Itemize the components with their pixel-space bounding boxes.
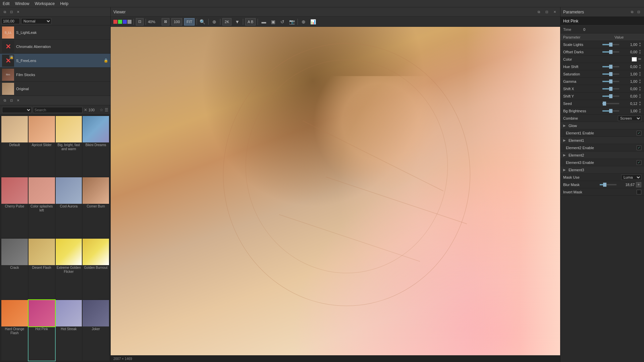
param-arrows-scale-lights[interactable]: ▲ ▼	[639, 42, 641, 47]
param-shift-x[interactable]: Shift X 0,00 ▲ ▼	[560, 85, 644, 93]
crosshair2-btn[interactable]: ⊕	[300, 18, 307, 25]
crosshair-btn[interactable]: ⊕	[211, 18, 218, 25]
arrow-down-shift-x[interactable]: ▼	[639, 89, 641, 92]
preset-hardorange[interactable]: Hard Orange Flash	[1, 300, 28, 361]
camera-btn[interactable]: 📷	[288, 18, 296, 25]
params-restore-icon[interactable]: ⊡	[636, 9, 641, 15]
layer-s-lightleak[interactable]: S_LL S_LightLeak	[0, 25, 110, 40]
preset-desert[interactable]: Desert Flash	[29, 239, 55, 299]
param-gamma[interactable]: Gamma 1,00 ▲ ▼	[560, 78, 644, 85]
arrow-down-seed[interactable]: ▼	[639, 104, 641, 106]
param-arrows-saturation[interactable]: ▲ ▼	[639, 71, 641, 77]
param-arrows-gamma[interactable]: ▲ ▼	[639, 79, 641, 84]
arrow-down-hue-shift[interactable]: ▼	[639, 67, 641, 69]
checkbox-element2-enable[interactable]	[637, 145, 641, 150]
opacity-input[interactable]: 100,00	[1, 18, 20, 24]
layers-restore-icon[interactable]: ⊡	[9, 9, 14, 15]
param-mask-use[interactable]: Mask Use Luma Alpha None	[560, 174, 644, 181]
param-arrows-shift-x[interactable]: ▲ ▼	[639, 86, 641, 92]
param-combine[interactable]: Combine Screen Add Multiply	[560, 115, 644, 122]
checkbox-element1-enable[interactable]	[637, 131, 641, 135]
checkbox-invert-mask[interactable]	[637, 190, 641, 194]
search-input[interactable]	[33, 107, 83, 113]
param-section-element2[interactable]: ▶ Element2	[560, 152, 644, 159]
preset-colorsplash[interactable]: Color splashes left	[29, 177, 55, 238]
hundred-btn[interactable]: 100	[171, 18, 182, 25]
param-slider-offset-darks[interactable]	[602, 51, 619, 53]
resolution-dropdown-btn[interactable]: ▼	[233, 18, 241, 25]
preset-extreme[interactable]: Extreme Golden Flicker	[56, 239, 82, 299]
preset-apricot[interactable]: Apricot Slider	[29, 116, 55, 177]
param-slider-saturation[interactable]	[602, 73, 619, 75]
param-invert-mask[interactable]: Invert Mask	[560, 188, 644, 196]
param-arrows-seed[interactable]: ▲ ▼	[639, 101, 641, 106]
preset-default[interactable]: Default	[1, 116, 28, 177]
arrow-down-scale-lights[interactable]: ▼	[639, 45, 641, 47]
layer-chromatic[interactable]: ✕ Chromatic Aberration	[0, 40, 110, 54]
search-clear-icon[interactable]: ✕	[84, 108, 87, 112]
param-section-element1[interactable]: ▶ Element1	[560, 137, 644, 144]
mask-use-select[interactable]: Luma Alpha None	[621, 175, 641, 180]
arrow-down-shift-y[interactable]: ▼	[639, 96, 641, 99]
add-btn-blur-mask[interactable]: +	[636, 182, 641, 187]
preset-corner[interactable]: Corner Burn	[83, 177, 109, 238]
preset-cherry[interactable]: Cherry Pulse	[1, 177, 28, 238]
menu-workspace[interactable]: Workspace	[35, 1, 55, 6]
menu-help[interactable]: Help	[60, 1, 68, 6]
checkbox-element3-enable[interactable]	[637, 160, 641, 165]
zoom-lock-btn[interactable]: ⊠	[162, 18, 169, 25]
param-slider-bg-brightness[interactable]	[602, 110, 619, 112]
preset-golden[interactable]: Golden Burnout	[83, 239, 109, 299]
param-hue-shift[interactable]: Hue Shift 0,00 ▲ ▼	[560, 63, 644, 70]
param-element1-enable[interactable]: Element1 Enable	[560, 129, 644, 137]
presets-restore-icon[interactable]: ⊡	[9, 98, 14, 103]
presets-close-icon[interactable]: ✕	[15, 98, 21, 103]
layers-close-icon[interactable]: ✕	[15, 9, 21, 15]
param-slider-blur-mask[interactable]	[600, 184, 616, 185]
refresh-btn[interactable]: ↺	[279, 18, 286, 25]
search-btn[interactable]: 🔍	[199, 18, 206, 25]
param-section-glow[interactable]: ▶ Glow	[560, 122, 644, 129]
arrow-down-offset-darks[interactable]: ▼	[639, 52, 641, 55]
resolution-btn[interactable]: 2K	[222, 18, 231, 25]
param-element3-enable[interactable]: Element3 Enable	[560, 159, 644, 166]
layer-filmstocks[interactable]: film Film Stocks	[0, 68, 110, 82]
param-blur-mask[interactable]: Blur Mask 18,67 +	[560, 181, 644, 188]
arrow-down-bg-brightness[interactable]: ▼	[639, 111, 641, 114]
star-icon[interactable]: ☆	[100, 108, 103, 112]
preset-crack[interactable]: Crack	[1, 239, 28, 299]
param-arrows-hue-shift[interactable]: ▲ ▼	[639, 64, 641, 69]
layers-panel-icon[interactable]: ⧉	[2, 9, 7, 15]
preset-joker[interactable]: Joker	[83, 300, 109, 361]
histogram-btn[interactable]: 📊	[309, 18, 317, 25]
param-slider-scale-lights[interactable]	[602, 44, 619, 45]
frame-btn[interactable]: ⊡	[136, 18, 144, 25]
compare-btn[interactable]: ▬	[260, 18, 267, 25]
blend-mode-select[interactable]: Normal	[21, 18, 51, 24]
param-slider-seed[interactable]	[602, 103, 619, 104]
viewer-restore-icon[interactable]: ⊡	[544, 9, 549, 15]
layer-freelens[interactable]: ✕ 🔒 S_FreeLens 🔒	[0, 54, 110, 68]
preset-hotpink[interactable]: Hot Pink	[29, 300, 55, 361]
param-seed[interactable]: Seed 0,12 ▲ ▼	[560, 100, 644, 107]
param-slider-hue-shift[interactable]	[602, 66, 619, 67]
viewer-panel-icon[interactable]: ⧉	[536, 9, 541, 15]
arrow-down-saturation[interactable]: ▼	[639, 74, 641, 77]
param-scale-lights[interactable]: Scale Lights 1,00 ▲ ▼	[560, 41, 644, 48]
preset-bigbright[interactable]: Big, bright, fast and warm	[56, 116, 82, 177]
param-element2-enable[interactable]: Element2 Enable	[560, 144, 644, 152]
color-swatch-color[interactable]	[632, 57, 637, 62]
param-saturation[interactable]: Saturation 1,00 ▲ ▼	[560, 70, 644, 78]
presets-panel-icon[interactable]: ⧉	[2, 98, 7, 103]
param-slider-shift-y[interactable]	[602, 96, 619, 97]
preset-category-select[interactable]	[2, 107, 32, 113]
color-picker-icon[interactable]: ✏	[638, 57, 641, 61]
param-color[interactable]: Color ✏	[560, 56, 644, 63]
layer-original[interactable]: Original	[0, 82, 110, 96]
param-section-element3[interactable]: ▶ Element3	[560, 166, 644, 174]
param-slider-shift-x[interactable]	[602, 88, 619, 89]
ab-btn[interactable]: A B	[245, 18, 256, 25]
preset-bikini[interactable]: Bikini Dreams	[83, 116, 109, 177]
param-shift-y[interactable]: Shift Y 0,00 ▲ ▼	[560, 93, 644, 100]
menu-window[interactable]: Window	[15, 1, 30, 6]
